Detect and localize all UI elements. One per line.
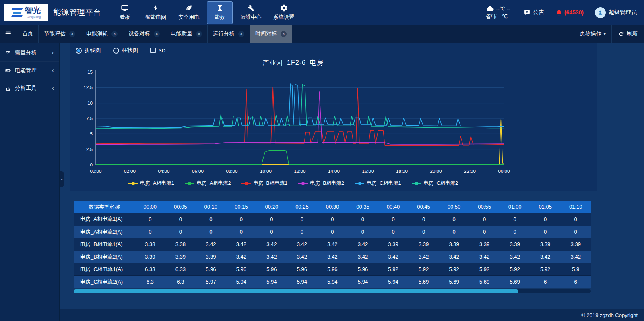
cell-value: 0 <box>439 226 469 238</box>
nav-item-label: 能效 <box>215 14 225 21</box>
top-header: 智光 Zhiguang 能源管理平台 看板智能电网安全用电能效运维中心系统设置 … <box>0 0 644 25</box>
cell-value: 0 <box>560 226 591 238</box>
tab-operation-analysis[interactable]: 运行分析× <box>208 25 250 43</box>
legend-item[interactable]: 电房_A相电流1 <box>128 180 174 187</box>
cell-value: 0 <box>530 226 561 238</box>
svg-text:12.5: 12.5 <box>84 85 93 90</box>
tab-label: 设备对标 <box>128 30 150 37</box>
cell-value: 5.69 <box>409 275 439 288</box>
cell-value: 3.42 <box>287 251 318 263</box>
cell-value: 3.42 <box>439 251 469 263</box>
cell-value: 3.39 <box>560 238 591 251</box>
tab-close-icon[interactable]: × <box>111 31 118 37</box>
tab-home[interactable]: 首页 <box>17 25 39 43</box>
nav-item-system-settings[interactable]: 系统设置 <box>269 1 299 24</box>
content-area: ◂ 折线图柱状图3D 产业园_1F2-6_电房 02.557.51012.515… <box>60 43 644 321</box>
tab-close-icon[interactable]: × <box>281 31 287 37</box>
cell-value: 3.42 <box>287 238 318 251</box>
cell-value: 0 <box>530 213 561 226</box>
tab-time-benchmark[interactable]: 时间对标× <box>250 25 292 43</box>
sidebar-item-demand-analysis[interactable]: 需量分析‹ <box>0 44 59 62</box>
tab-close-icon[interactable]: × <box>238 31 244 37</box>
radio-line-chart[interactable]: 折线图 <box>76 47 101 54</box>
chevron-left-icon: ‹ <box>52 67 54 74</box>
cloud-icon-slot <box>486 5 494 13</box>
sidebar-item-energy-management[interactable]: 电能管理‹ <box>0 62 59 79</box>
main-area: 需量分析‹电能管理‹分析工具‹ ◂ 折线图柱状图3D 产业园_1F2-6_电房 … <box>0 43 644 321</box>
tab-device-benchmark[interactable]: 设备对标× <box>123 25 165 43</box>
legend-item[interactable]: 电房_A相电流2 <box>185 180 231 187</box>
svg-text:14:00: 14:00 <box>328 169 340 174</box>
refresh-icon <box>618 31 624 37</box>
cell-value: 3.39 <box>378 238 409 251</box>
tab-energy-evaluation[interactable]: 节能评估× <box>39 25 81 43</box>
announcement-button[interactable]: 公告 <box>524 9 544 16</box>
user-menu[interactable]: 超级管理员 <box>595 7 637 18</box>
scrollbar-thumb[interactable] <box>74 289 518 293</box>
cell-value: 5.92 <box>439 263 469 275</box>
horizontal-scrollbar[interactable] <box>74 289 591 293</box>
legend-item[interactable]: 电房_C相电流1 <box>355 180 401 187</box>
menu-toggle-button[interactable] <box>0 25 17 43</box>
table-row: 电房_B相电流1(A)3.383.383.423.423.423.423.423… <box>74 238 591 251</box>
line-chart-canvas[interactable]: 02.557.51012.51500:0002:0004:0006:0008:0… <box>76 68 510 178</box>
nav-item-safe-power[interactable]: 安全用电 <box>174 1 204 24</box>
nav-item-label: 看板 <box>120 14 130 21</box>
cell-value: 5.92 <box>500 263 530 275</box>
tab-bar: 首页节能评估×电能消耗×设备对标×电能质量×运行分析×时间对标× 页签操作 ▾ … <box>0 25 644 43</box>
svg-text:20:00: 20:00 <box>430 169 442 174</box>
radio-bar-chart[interactable]: 柱状图 <box>113 47 138 54</box>
cell-value: 0 <box>500 226 530 238</box>
cell-value: 3.39 <box>530 238 561 251</box>
tab-operations-button[interactable]: 页签操作 ▾ <box>574 25 611 43</box>
legend-label: 电房_C相电流1 <box>367 180 401 187</box>
legend-item[interactable]: 电房_C相电流2 <box>412 180 458 187</box>
bell-icon-slot <box>555 9 563 16</box>
cell-value: 5.9 <box>560 263 591 275</box>
refresh-button[interactable]: 刷新 <box>611 25 644 43</box>
nav-item-smart-grid[interactable]: 智能电网 <box>141 1 171 24</box>
legend-item[interactable]: 电房_B相电流2 <box>298 180 344 187</box>
sidebar-collapse-handle[interactable]: ◂ <box>60 171 64 187</box>
legend-marker-icon <box>185 182 194 185</box>
cell-value: 5.92 <box>469 263 500 275</box>
nav-item-kanban[interactable]: 看板 <box>112 1 138 24</box>
legend-item[interactable]: 电房_B相电流1 <box>242 180 288 187</box>
legend-marker-icon <box>355 182 364 185</box>
nav-item-ops-center[interactable]: 运维中心 <box>236 1 266 24</box>
nav-item-label: 安全用电 <box>178 14 199 21</box>
svg-text:00:00: 00:00 <box>498 169 510 174</box>
cell-value: 5.69 <box>500 275 530 288</box>
legend-marker-icon <box>412 182 421 185</box>
tab-power-quality[interactable]: 电能质量× <box>165 25 208 43</box>
logo-text: 智光 Zhiguang <box>25 6 41 19</box>
col-header-time: 00:45 <box>409 201 439 213</box>
chat-icon <box>524 9 530 16</box>
col-header-time: 00:40 <box>378 201 409 213</box>
notification-button[interactable]: (64530) <box>555 9 584 16</box>
nav-item-energy-efficiency[interactable]: 能效 <box>207 1 233 24</box>
col-header-time: 00:55 <box>469 201 500 213</box>
col-header-time: 00:15 <box>226 201 257 213</box>
brand-name: 智光 <box>25 6 41 14</box>
sidebar-item-analysis-tools[interactable]: 分析工具‹ <box>0 79 59 97</box>
table-row: 电房_A相电流1(A)000000000000000 <box>74 213 591 226</box>
battery-icon <box>5 67 11 74</box>
announcement-label: 公告 <box>533 9 544 16</box>
weather-widget: --℃ -- 省/市 --℃ -- <box>486 5 512 20</box>
nav-item-label: 系统设置 <box>273 14 294 21</box>
tab-label: 电能消耗 <box>86 30 108 37</box>
tab-energy-consumption[interactable]: 电能消耗× <box>81 25 123 43</box>
legend-marker-icon <box>298 182 308 185</box>
monitor-icon <box>121 4 129 12</box>
tab-close-icon[interactable]: × <box>154 31 160 37</box>
row-label: 电房_B相电流2(A) <box>74 251 135 263</box>
weather-temp: --℃ -- <box>496 5 510 12</box>
svg-text:2.5: 2.5 <box>86 147 93 152</box>
table-row: 电房_B相电流2(A)3.393.393.393.423.423.423.423… <box>74 251 591 263</box>
tab-operations-label: 页签操作 <box>580 30 601 37</box>
tab-close-icon[interactable]: × <box>69 31 75 37</box>
app-root: 智光 Zhiguang 能源管理平台 看板智能电网安全用电能效运维中心系统设置 … <box>0 0 644 321</box>
checkbox-3d[interactable]: 3D <box>150 48 165 54</box>
tab-close-icon[interactable]: × <box>196 31 202 37</box>
